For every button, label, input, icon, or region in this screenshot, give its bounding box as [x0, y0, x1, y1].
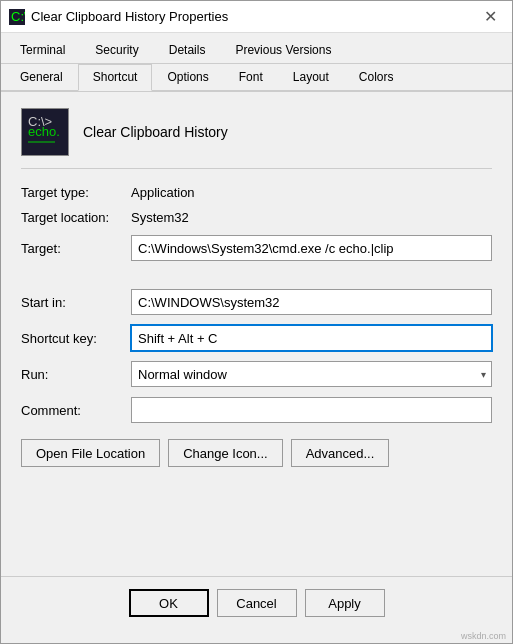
target-type-row: Target type: Application	[21, 185, 492, 200]
tab-details[interactable]: Details	[154, 37, 221, 63]
close-button[interactable]: ✕	[476, 3, 504, 31]
svg-text:echo.: echo.	[28, 124, 60, 139]
start-in-input[interactable]	[131, 289, 492, 315]
tab-terminal[interactable]: Terminal	[5, 37, 80, 63]
open-file-location-button[interactable]: Open File Location	[21, 439, 160, 467]
target-label: Target:	[21, 241, 131, 256]
comment-label: Comment:	[21, 403, 131, 418]
target-row: Target:	[21, 235, 492, 261]
comment-input[interactable]	[131, 397, 492, 423]
tab-shortcut[interactable]: Shortcut	[78, 64, 153, 91]
bottom-tab-row: General Shortcut Options Font Layout Col…	[1, 64, 512, 92]
tab-colors[interactable]: Colors	[344, 64, 409, 90]
properties-window: C:\ Clear Clipboard History Properties ✕…	[0, 0, 513, 644]
target-type-value: Application	[131, 185, 195, 200]
comment-row: Comment:	[21, 397, 492, 423]
tab-layout[interactable]: Layout	[278, 64, 344, 90]
action-buttons: Open File Location Change Icon... Advanc…	[21, 439, 492, 467]
svg-text:C:\: C:\	[11, 9, 25, 24]
window-icon: C:\	[9, 9, 25, 25]
tab-general[interactable]: General	[5, 64, 78, 90]
ok-button[interactable]: OK	[129, 589, 209, 617]
top-tab-row: Terminal Security Details Previous Versi…	[1, 33, 512, 64]
tab-options[interactable]: Options	[152, 64, 223, 90]
tab-font[interactable]: Font	[224, 64, 278, 90]
cancel-button[interactable]: Cancel	[217, 589, 297, 617]
apply-button[interactable]: Apply	[305, 589, 385, 617]
start-in-label: Start in:	[21, 295, 131, 310]
content-area: C:\> echo. Clear Clipboard History Targe…	[1, 92, 512, 576]
target-input[interactable]	[131, 235, 492, 261]
tab-previous-versions[interactable]: Previous Versions	[220, 37, 346, 63]
footer: OK Cancel Apply	[1, 576, 512, 629]
target-location-value: System32	[131, 210, 189, 225]
title-bar: C:\ Clear Clipboard History Properties ✕	[1, 1, 512, 33]
target-location-row: Target location: System32	[21, 210, 492, 225]
change-icon-button[interactable]: Change Icon...	[168, 439, 283, 467]
run-select[interactable]: Normal window Minimized Maximized	[131, 361, 492, 387]
window-title: Clear Clipboard History Properties	[31, 9, 476, 24]
app-header: C:\> echo. Clear Clipboard History	[21, 108, 492, 169]
tab-security[interactable]: Security	[80, 37, 153, 63]
watermark: wskdn.com	[1, 629, 512, 643]
run-select-wrapper: Normal window Minimized Maximized ▾	[131, 361, 492, 387]
shortcut-key-label: Shortcut key:	[21, 331, 131, 346]
shortcut-key-input[interactable]	[131, 325, 492, 351]
target-location-label: Target location:	[21, 210, 131, 225]
start-in-row: Start in:	[21, 289, 492, 315]
shortcut-key-row: Shortcut key:	[21, 325, 492, 351]
target-type-label: Target type:	[21, 185, 131, 200]
advanced-button[interactable]: Advanced...	[291, 439, 390, 467]
run-row: Run: Normal window Minimized Maximized ▾	[21, 361, 492, 387]
app-icon: C:\> echo.	[21, 108, 69, 156]
app-name: Clear Clipboard History	[83, 124, 228, 140]
run-label: Run:	[21, 367, 131, 382]
